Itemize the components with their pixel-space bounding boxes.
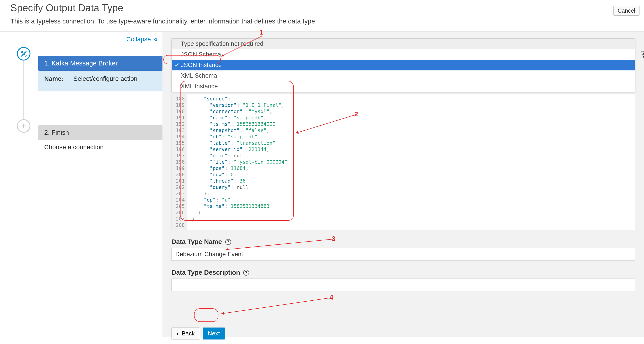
page-header: Specify Output Data Type This is a typel…: [0, 0, 644, 32]
chevron-double-left-icon: «: [154, 36, 156, 43]
collapse-label: Collapse: [126, 36, 151, 43]
chevron-left-icon: ‹: [177, 330, 179, 337]
check-icon: ✓: [174, 62, 180, 69]
next-button[interactable]: Next: [203, 328, 225, 340]
type-spec-dropdown[interactable]: Type specification not requiredJSON Sche…: [172, 38, 635, 92]
code-gutter: 1881891901911921931941951961971981992002…: [172, 94, 187, 230]
svg-line-8: [24, 52, 25, 53]
cancel-button[interactable]: Cancel: [613, 6, 640, 16]
svg-line-12: [221, 298, 330, 314]
help-icon[interactable]: ?: [243, 270, 249, 276]
step1-title[interactable]: 1. Kafka Message Broker: [38, 56, 162, 71]
svg-point-0: [21, 51, 22, 52]
dropdown-option[interactable]: XML Instance: [172, 81, 635, 92]
svg-line-5: [22, 52, 23, 53]
left-wizard-column: Collapse « + 1. Kafka: [0, 32, 162, 337]
back-button[interactable]: ‹ Back: [172, 328, 200, 340]
dropdown-option[interactable]: Type specification not required: [172, 38, 635, 49]
step1-name-label: Name:: [44, 75, 64, 82]
help-icon[interactable]: ?: [225, 239, 231, 245]
step2-subtitle: Choose a connection: [38, 140, 162, 154]
svg-line-7: [22, 54, 23, 55]
step2-bullet-icon: +: [17, 119, 30, 133]
footer-buttons: ‹ Back Next: [172, 328, 635, 340]
dropdown-option[interactable]: XML Schema: [172, 70, 635, 81]
svg-point-4: [23, 53, 24, 54]
main-panel: Type specification not requiredJSON Sche…: [162, 32, 644, 337]
step1-name-value: Select/configure action: [74, 75, 138, 82]
step1-bullet-icon: [17, 47, 30, 60]
data-type-desc-input[interactable]: [172, 278, 635, 292]
step2-title[interactable]: 2. Finish: [38, 125, 162, 140]
data-type-name-label: Data Type Name ?: [172, 238, 635, 246]
collapse-link[interactable]: Collapse «: [9, 34, 162, 47]
page-title: Specify Output Data Type: [10, 2, 634, 14]
annotation-box-4: [194, 308, 218, 322]
dropdown-option[interactable]: ✓JSON Instance: [172, 60, 635, 70]
annotation-number-1: 1: [260, 28, 263, 36]
annotation-number-4: 4: [330, 294, 333, 301]
data-type-desc-label: Data Type Description ?: [172, 269, 635, 276]
dropdown-option[interactable]: JSON Schema: [172, 49, 635, 60]
annotation-number-3: 3: [332, 235, 336, 242]
data-type-name-input[interactable]: [172, 248, 635, 261]
svg-point-1: [21, 55, 22, 56]
page-subtitle: This is a typeless connection. To use ty…: [10, 18, 634, 25]
svg-point-2: [25, 51, 26, 52]
code-content[interactable]: "source": { "version": "1.0.1.Final", "c…: [187, 94, 295, 230]
code-editor[interactable]: 1881891901911921931941951961971981992002…: [172, 94, 635, 230]
svg-point-3: [25, 55, 26, 56]
annotation-number-2: 2: [354, 110, 358, 118]
dropdown-scroll-thumb-icon[interactable]: ▴▾: [641, 52, 644, 58]
step1-subpanel: Name: Select/configure action: [38, 71, 162, 92]
svg-line-6: [24, 54, 25, 55]
connector-line: [24, 60, 24, 119]
